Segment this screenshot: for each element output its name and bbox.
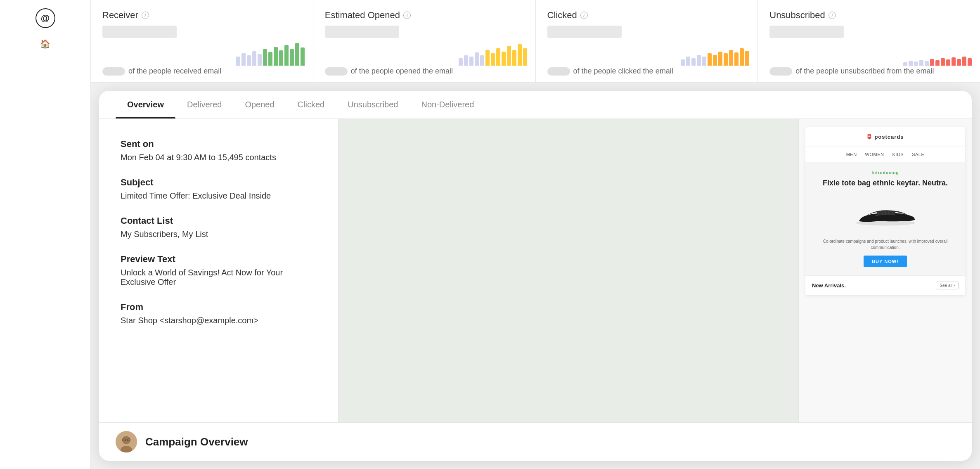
postcards-logo: 📮 postcards	[812, 134, 959, 140]
receiver-info-icon[interactable]: i	[142, 12, 149, 19]
nav-men[interactable]: MEN	[846, 152, 857, 157]
email-preview: 📮 postcards MEN WOMEN KIDS SALE Introduc…	[798, 119, 972, 422]
stat-card-clicked: Clicked i of the people	[536, 0, 758, 82]
email-see-all[interactable]: See all ›	[936, 282, 959, 289]
sidebar-home-icon[interactable]: 🏠	[38, 36, 53, 51]
receiver-chart	[236, 33, 305, 66]
clicked-chart	[681, 33, 749, 66]
main-content: Overview Delivered Opened Clicked Unsubs…	[91, 83, 980, 469]
brand-name: postcards	[874, 134, 904, 140]
email-description: Co-ordinate campaigns and product launch…	[812, 238, 959, 251]
nav-kids[interactable]: KIDS	[892, 152, 904, 157]
app-shell: @ 🏠 Receiver i	[0, 0, 980, 469]
sent-on-label: Sent on	[121, 139, 317, 149]
tab-overview[interactable]: Overview	[116, 91, 175, 118]
from-group: From Star Shop <starshop@example.com>	[121, 302, 317, 325]
section-title: Campaign Overview	[145, 436, 248, 448]
unsubscribed-info-icon[interactable]: i	[829, 12, 836, 19]
receiver-footer: of the people received email	[102, 67, 221, 76]
tab-clicked[interactable]: Clicked	[286, 91, 336, 118]
sent-on-group: Sent on Mon Feb 04 at 9:30 AM to 15,495 …	[121, 139, 317, 162]
tab-opened[interactable]: Opened	[233, 91, 286, 118]
contact-list-label: Contact List	[121, 216, 317, 226]
preview-panel	[339, 119, 798, 422]
receiver-pill	[102, 67, 125, 76]
preview-text-group: Preview Text Unlock a World of Savings! …	[121, 254, 317, 287]
user-avatar	[116, 431, 137, 452]
sidebar: @ 🏠	[0, 0, 91, 469]
email-cta-button[interactable]: BUY NOW!	[864, 256, 907, 267]
receiver-number	[102, 26, 177, 38]
stat-receiver-title: Receiver i	[102, 10, 301, 21]
preview-text-value: Unlock a World of Savings! Act Now for Y…	[121, 268, 317, 287]
email-introducing: Introducing	[812, 171, 959, 175]
stat-unsubscribed-title: Unsubscribed i	[769, 10, 968, 21]
tab-non-delivered[interactable]: Non-Delivered	[410, 91, 485, 118]
unsubscribed-footer: of the people unsubscribed from the emai…	[769, 67, 934, 76]
opened-info-icon[interactable]: i	[403, 12, 411, 19]
stat-opened-title: Estimated Opened i	[325, 10, 524, 21]
subject-value: Limited Time Offer: Exclusive Deal Insid…	[121, 191, 317, 201]
info-panel: Sent on Mon Feb 04 at 9:30 AM to 15,495 …	[99, 119, 339, 422]
preview-text-label: Preview Text	[121, 254, 317, 265]
clicked-info-icon[interactable]: i	[580, 12, 588, 19]
tab-delivered[interactable]: Delivered	[175, 91, 233, 118]
email-footer-title: New Arrivals.	[812, 282, 846, 289]
stat-card-opened: Estimated Opened i of t	[313, 0, 536, 82]
email-preview-inner: 📮 postcards MEN WOMEN KIDS SALE Introduc…	[805, 127, 965, 295]
subject-label: Subject	[121, 177, 317, 188]
main-card: Overview Delivered Opened Clicked Unsubs…	[99, 91, 972, 461]
email-hero: Introducing Fixie tote bag ethnic keytar…	[805, 162, 965, 275]
nav-sale[interactable]: SALE	[912, 152, 924, 157]
email-header: 📮 postcards	[805, 127, 965, 147]
tab-unsubscribed[interactable]: Unsubscribed	[336, 91, 410, 118]
contact-list-value: My Subscribers, My List	[121, 230, 317, 239]
unsubscribed-number	[769, 26, 844, 38]
email-footer-section: New Arrivals. See all ›	[805, 275, 965, 295]
tabs-row: Overview Delivered Opened Clicked Unsubs…	[99, 91, 972, 119]
unsubscribed-pill	[769, 67, 792, 76]
contact-list-group: Contact List My Subscribers, My List	[121, 216, 317, 239]
opened-footer: of the people opened the email	[325, 67, 453, 76]
unsubscribed-chart	[903, 33, 972, 66]
from-value: Star Shop <starshop@example.com>	[121, 316, 317, 325]
sidebar-logo[interactable]: @	[36, 8, 55, 28]
opened-chart	[459, 33, 527, 66]
nav-women[interactable]: WOMEN	[865, 152, 884, 157]
stat-card-receiver: Receiver i of the peopl	[91, 0, 313, 82]
card-body: Sent on Mon Feb 04 at 9:30 AM to 15,495 …	[99, 119, 972, 422]
clicked-footer: of the people clicked the email	[547, 67, 673, 76]
email-nav: MEN WOMEN KIDS SALE	[805, 147, 965, 162]
logo-icon: 📮	[866, 134, 873, 140]
from-label: From	[121, 302, 317, 313]
stats-bar: Receiver i of the peopl	[91, 0, 980, 83]
bottom-bar: Campaign Overview	[99, 422, 972, 461]
opened-pill	[325, 67, 348, 76]
subject-group: Subject Limited Time Offer: Exclusive De…	[121, 177, 317, 201]
clicked-number	[547, 26, 622, 38]
sent-on-value: Mon Feb 04 at 9:30 AM to 15,495 contacts	[121, 153, 317, 162]
email-title: Fixie tote bag ethnic keytar. Neutra.	[812, 178, 959, 188]
stat-clicked-title: Clicked i	[547, 10, 746, 21]
opened-number	[325, 26, 399, 38]
stat-card-unsubscribed: Unsubscribed i of the p	[758, 0, 980, 82]
shoe-image	[852, 194, 918, 232]
svg-rect-1	[877, 211, 895, 216]
clicked-pill	[547, 67, 570, 76]
